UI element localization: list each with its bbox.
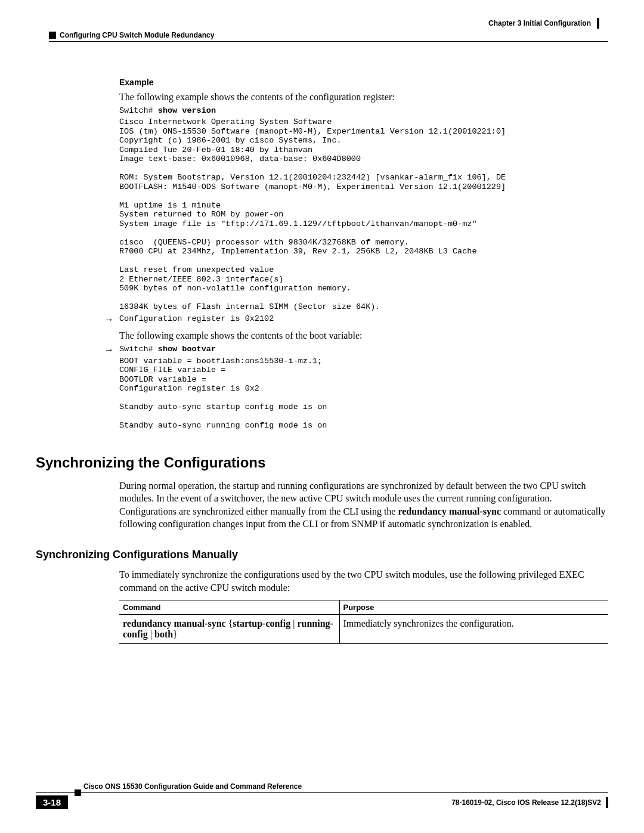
command-table: Command Purpose redundancy manual-sync {… <box>119 600 608 644</box>
chapter-label: Chapter 3 Initial Configuration <box>488 18 599 29</box>
cli-command: show bootvar <box>158 345 216 354</box>
page-number: 3-18 <box>36 795 68 809</box>
cli-output-1-highlight: Configuration register is 0x2102 <box>119 314 608 324</box>
example-intro-2: The following example shows the contents… <box>119 329 608 342</box>
cli-output-2: BOOT variable = bootflash:ons15530-i-mz.… <box>119 357 608 431</box>
table-row: redundancy manual-sync {startup-config |… <box>119 615 608 644</box>
page: Chapter 3 Initial Configuration Configur… <box>0 0 644 833</box>
cli-arrow-row-2: → Switch# show bootvar <box>119 345 608 354</box>
arrow-right-icon: → <box>104 345 114 355</box>
col-purpose: Purpose <box>339 600 608 615</box>
command-cell: redundancy manual-sync {startup-config |… <box>119 615 339 644</box>
sync-paragraph: During normal operation, the startup and… <box>119 479 608 531</box>
section-heading: Synchronizing the Configurations <box>36 454 608 471</box>
cli-prompt: Switch# <box>119 106 158 115</box>
section-label: Configuring CPU Switch Module Redundancy <box>60 31 214 39</box>
example-heading: Example <box>119 78 608 87</box>
cli-arrow-row-1: → Configuration register is 0x2102 <box>119 314 608 324</box>
arrow-right-icon: → <box>104 314 114 325</box>
section-marker-icon <box>49 32 56 39</box>
table-header-row: Command Purpose <box>119 600 608 615</box>
header-rule <box>49 41 608 42</box>
header-left: Configuring CPU Switch Module Redundancy <box>36 31 608 42</box>
footer: Cisco ONS 15530 Configuration Guide and … <box>36 782 608 809</box>
cli-block-1: Switch# show version <box>119 106 608 116</box>
header-right: Chapter 3 Initial Configuration <box>36 18 608 29</box>
cli-block-2: Switch# show bootvar <box>119 345 608 354</box>
subsection-heading: Synchronizing Configurations Manually <box>36 549 608 561</box>
col-command: Command <box>119 600 339 615</box>
footer-title: Cisco ONS 15530 Configuration Guide and … <box>36 782 608 793</box>
content: Example The following example shows the … <box>119 78 608 644</box>
footer-right: 78-16019-02, Cisco IOS Release 12.2(18)S… <box>451 797 608 808</box>
cli-output-1: Cisco Internetwork Operating System Soft… <box>119 117 608 312</box>
cli-prompt: Switch# <box>119 345 158 354</box>
example-intro-1: The following example shows the contents… <box>119 91 608 104</box>
cli-command: show version <box>158 106 216 115</box>
purpose-cell: Immediately synchronizes the configurati… <box>339 615 608 644</box>
footer-row: 3-18 78-16019-02, Cisco IOS Release 12.2… <box>36 795 608 809</box>
sync-sub-paragraph: To immediately synchronize the configura… <box>119 568 608 594</box>
